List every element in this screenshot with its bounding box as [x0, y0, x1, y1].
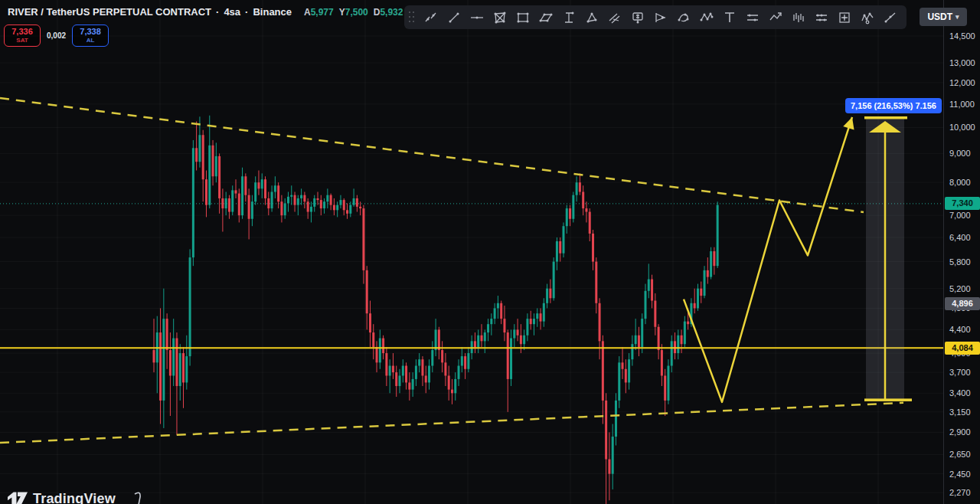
candle-body	[330, 195, 332, 205]
candle-body	[595, 262, 597, 303]
candle-body	[162, 319, 165, 401]
bars-pattern-icon[interactable]	[787, 8, 810, 27]
candle-body	[569, 208, 571, 219]
candle-body	[221, 198, 224, 208]
parallel-rays-icon[interactable]	[810, 8, 833, 27]
candle-body	[458, 366, 460, 379]
candle-body	[625, 369, 627, 383]
tradingview-logo[interactable]: TradingView	[8, 490, 116, 504]
currency-dropdown[interactable]: USDT ▾	[920, 8, 967, 26]
currency-label: USDT	[927, 11, 952, 22]
tradingview-chart-window: RIVER / TetherUS PERPETUAL CONTRACT · 4s…	[0, 0, 980, 504]
symbol-header: RIVER / TetherUS PERPETUAL CONTRACT · 4s…	[8, 6, 406, 18]
candle-body	[481, 335, 483, 342]
candlestick-chart[interactable]	[0, 0, 943, 504]
candle-body	[333, 205, 335, 211]
candle-body	[280, 201, 283, 215]
candle-body	[182, 353, 185, 382]
candle-body	[576, 182, 578, 195]
trend-line-icon[interactable]	[443, 8, 466, 27]
price-axis[interactable]: 14,50013,00012,00011,00010,0009,0008,000…	[943, 0, 980, 504]
candle-body	[277, 185, 279, 201]
candle-body	[474, 341, 476, 347]
candle-body	[179, 353, 181, 386]
candle-body	[467, 353, 469, 369]
candle-body	[353, 198, 355, 205]
candle-body	[503, 319, 505, 332]
parallelogram-icon[interactable]	[534, 8, 557, 27]
parallel-channel-icon[interactable]	[603, 8, 626, 27]
candle-body	[300, 195, 302, 198]
long-position-icon[interactable]	[649, 8, 672, 27]
xabcd-pattern-icon[interactable]	[695, 8, 718, 27]
candle-body	[205, 179, 207, 205]
candle-body	[389, 366, 391, 376]
candle-body	[638, 335, 640, 347]
text-icon[interactable]	[718, 8, 741, 27]
candle-body	[579, 182, 581, 191]
candle-body	[526, 319, 528, 335]
horizontal-rays-icon[interactable]	[741, 8, 764, 27]
candle-body	[402, 366, 404, 376]
exchange-label[interactable]: Binance	[253, 6, 292, 18]
price-range-top-bar	[864, 116, 907, 119]
ohlc-item: Y7,500	[339, 7, 368, 18]
candle-body	[484, 332, 486, 341]
candle-body	[677, 335, 679, 353]
candle-body	[710, 251, 712, 277]
ray-icon[interactable]	[879, 8, 902, 27]
candle-body	[369, 313, 371, 332]
interval-label[interactable]: 4sa	[224, 6, 240, 18]
triangle-icon[interactable]	[580, 8, 603, 27]
toolbar-drag-handle[interactable]	[409, 11, 416, 24]
candle-body	[566, 208, 568, 226]
ohlc-item: A5,977	[304, 7, 334, 18]
price-range-label[interactable]: 7,156 (216,53%) 7.156	[845, 98, 942, 113]
upper-trendline-drawing[interactable]	[0, 98, 864, 212]
candle-body	[235, 190, 237, 193]
candle-body	[202, 135, 204, 179]
buy-price: 7,338	[80, 28, 101, 36]
price-tick: 2,270	[949, 487, 980, 498]
candle-body	[428, 366, 430, 383]
horizontal-line-price-label: 4,084	[945, 342, 980, 355]
candle-body	[697, 289, 699, 309]
candle-body	[438, 329, 440, 350]
candle-body	[490, 319, 492, 324]
horizontal-line-icon[interactable]	[466, 8, 488, 27]
candle-body	[497, 303, 499, 309]
elliott-wave-icon[interactable]	[856, 8, 879, 27]
candle-body	[320, 200, 322, 208]
rectangle-icon[interactable]	[511, 8, 534, 27]
candle-body	[356, 198, 358, 207]
sell-button[interactable]: 7,336 SAT	[4, 25, 41, 47]
anchor-grid-icon[interactable]	[833, 8, 856, 27]
candle-body	[704, 270, 706, 296]
projection-zigzag-drawing[interactable]	[684, 117, 852, 402]
price-label-icon[interactable]	[626, 8, 649, 27]
price-tick: 6,400	[949, 232, 980, 243]
extended-line-icon[interactable]	[420, 8, 443, 27]
price-range-icon[interactable]	[557, 8, 580, 27]
buy-button[interactable]: 7,338 AL	[72, 25, 109, 47]
candle-body	[412, 379, 414, 390]
zigzag-icon[interactable]	[764, 8, 787, 27]
candle-body	[159, 332, 162, 401]
candle-body	[713, 251, 715, 266]
candle-body	[248, 195, 250, 219]
price-tick: 5,200	[949, 283, 980, 294]
candle-body	[218, 156, 220, 198]
date-price-range-icon[interactable]	[488, 8, 511, 27]
symbol-title[interactable]: RIVER / TetherUS PERPETUAL CONTRACT	[8, 6, 211, 18]
candle-body	[628, 359, 630, 382]
lower-trendline-drawing[interactable]	[0, 403, 903, 443]
candle-body	[461, 356, 463, 365]
candle-body	[608, 460, 610, 474]
candle-body	[399, 375, 401, 385]
toolbar-icons	[420, 8, 902, 27]
curve-icon[interactable]	[672, 8, 695, 27]
candle-body	[379, 339, 381, 363]
candle-body	[284, 203, 286, 215]
candle-body	[346, 210, 348, 214]
candle-body	[395, 372, 397, 386]
